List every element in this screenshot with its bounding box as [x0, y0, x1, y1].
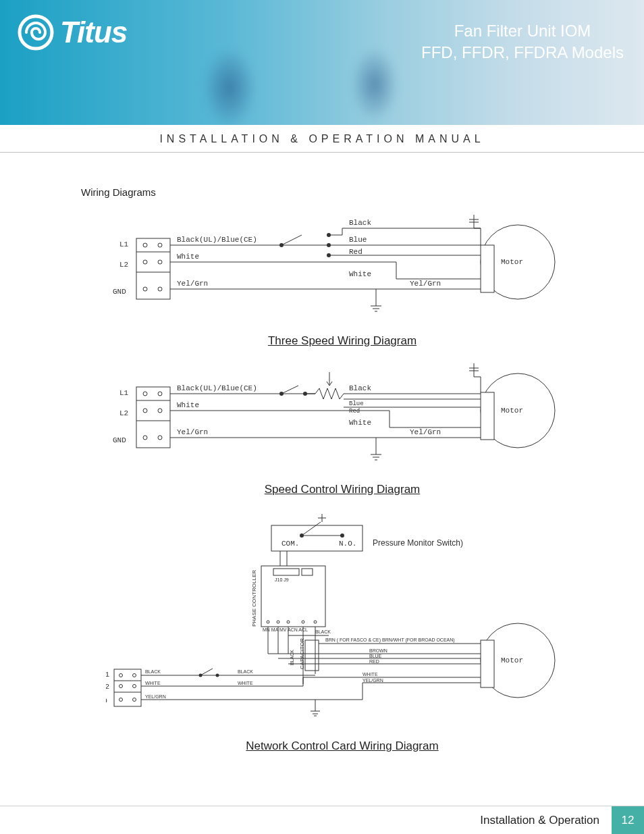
svg-point-84: [267, 621, 269, 623]
svg-point-41: [143, 392, 147, 396]
svg-line-75: [302, 522, 321, 536]
svg-line-20: [281, 235, 302, 245]
controller-label: PHASE CONTROLLER: [251, 570, 257, 627]
motor-label-2: Motor: [501, 407, 523, 415]
switch-com: COM.: [281, 540, 299, 548]
term-l1-2: L1: [119, 389, 129, 397]
m-white: WHITE: [363, 672, 378, 677]
wire-l1-2: Black(UL)/Blue(CE): [177, 384, 257, 392]
svg-point-86: [287, 621, 290, 623]
m-yelgrn: YEL/GRN: [363, 678, 383, 683]
wire-gnd-label: Yel/Grn: [177, 280, 208, 288]
svg-point-7: [158, 260, 162, 264]
subtitle-bar: INSTALLATION & OPERATION MANUAL: [0, 125, 644, 153]
page-footer: Installation & Operation 12: [0, 806, 644, 834]
term-l2-2: L2: [119, 409, 128, 417]
term-gnd-2: GND: [113, 436, 126, 444]
svg-rect-66: [481, 392, 494, 440]
svg-point-113: [216, 674, 219, 677]
motor-label: Motor: [501, 258, 523, 266]
controller-jtop: J10 J9: [275, 577, 289, 582]
svg-point-9: [158, 287, 162, 291]
caption-network-control: Network Control Card Wiring Diagram: [246, 739, 438, 753]
wire-blue: Blue: [349, 236, 367, 244]
wire-black: Black: [349, 219, 371, 227]
footer-page-number: 12: [612, 806, 644, 834]
svg-rect-101: [114, 669, 141, 706]
tw-l1: BLACK: [145, 669, 161, 674]
term-l1-3: L1: [106, 671, 110, 679]
svg-rect-95: [305, 640, 319, 671]
footer-label: Installation & Operation: [468, 806, 612, 834]
svg-rect-38: [136, 387, 170, 448]
term-l2: L2: [119, 261, 128, 269]
section-heading: Wiring Diagrams: [81, 186, 603, 198]
svg-point-0: [20, 16, 52, 49]
header-titles: Fan Filter Unit IOM FFD, FFDR, FFDRA Mod…: [421, 22, 624, 62]
svg-rect-83: [302, 569, 313, 575]
switch-note: Pressure Monitor Switch): [373, 538, 463, 548]
svg-rect-126: [481, 640, 494, 687]
switch-no: N.O.: [339, 540, 356, 548]
svg-point-88: [314, 621, 317, 623]
svg-rect-82: [273, 569, 299, 575]
cap-side: BLACK: [290, 650, 294, 665]
svg-point-44: [158, 409, 162, 413]
term-gnd: GND: [113, 288, 126, 296]
svg-point-108: [119, 698, 123, 702]
svg-point-105: [133, 674, 136, 677]
header-banner: Titus Fan Filter Unit IOM FFD, FFDR, FFD…: [0, 0, 644, 125]
content-area: Wiring Diagrams L1 L2 GND Black(UL)/Blue…: [0, 153, 644, 765]
svg-line-58: [281, 386, 298, 394]
svg-point-107: [133, 685, 136, 688]
m-blue: BLUE: [369, 654, 382, 658]
controller-pins: MN MA MV ACN ACL: [263, 627, 308, 632]
brand-name: Titus: [60, 16, 127, 49]
svg-rect-1: [136, 238, 170, 299]
m-red: RED: [369, 659, 379, 664]
svg-line-112: [200, 669, 213, 675]
wire-l2-label: White: [177, 253, 199, 261]
wire-white-2: White: [349, 419, 371, 427]
svg-point-87: [302, 621, 304, 623]
svg-rect-32: [481, 245, 494, 292]
tw-gnd: YEL/GRN: [145, 694, 166, 699]
svg-point-43: [143, 409, 147, 413]
diagram-network-control: COM. N.O. Pressure Monitor Switch) PHASE…: [81, 509, 603, 765]
cap-top: BLACK: [315, 629, 331, 634]
svg-point-8: [143, 287, 147, 291]
tw-mblack: BLACK: [238, 669, 253, 674]
tw-l2: WHITE: [145, 681, 161, 685]
m-brown: BROWN: [369, 648, 387, 653]
wire-blue-2: Blue: [349, 400, 364, 407]
diagram-speed-control: L1 L2 GND Black(UL)/Blue(CE) White: [81, 360, 603, 509]
wire-white: White: [349, 270, 371, 278]
svg-point-5: [158, 243, 162, 247]
wire-red: Red: [349, 248, 363, 256]
wire-yelgrn-2: Yel/Grn: [410, 428, 441, 436]
svg-point-106: [119, 685, 123, 688]
svg-point-45: [143, 436, 147, 440]
svg-point-109: [133, 698, 136, 702]
wire-yelgrn: Yel/Grn: [410, 280, 441, 288]
header-line-1: Fan Filter Unit IOM: [421, 22, 624, 41]
caption-speed-control: Speed Control Wiring Diagram: [265, 483, 421, 496]
wire-red-2: Red: [349, 408, 360, 415]
motor-label-3: Motor: [501, 656, 523, 664]
header-line-2: FFD, FFDR, FFDRA Models: [421, 43, 624, 62]
svg-point-42: [158, 392, 162, 396]
svg-point-6: [143, 260, 147, 264]
brand-logo: Titus: [17, 14, 127, 51]
wire-gnd-2: Yel/Grn: [177, 428, 208, 436]
swirl-icon: [17, 14, 55, 51]
wire-l2-2: White: [177, 401, 199, 409]
term-l2-3: L2: [106, 683, 109, 691]
svg-point-46: [158, 436, 162, 440]
tw-mwhite: WHITE: [238, 681, 253, 685]
wire-black-2: Black: [349, 384, 371, 392]
caption-three-speed: Three Speed Wiring Diagram: [268, 334, 417, 348]
svg-point-104: [119, 674, 123, 677]
brn-note: BRN ( FOR FASCO & CE) BRN/WHT (FOR BROAD…: [325, 637, 455, 643]
svg-point-74: [340, 533, 344, 538]
wire-l1-label: Black(UL)/Blue(CE): [177, 236, 257, 244]
